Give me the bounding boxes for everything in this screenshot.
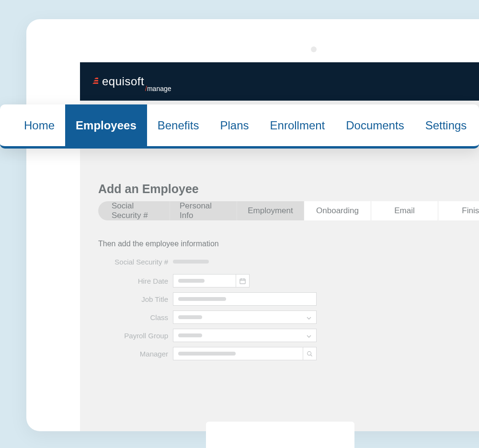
camera-dot [311, 46, 317, 52]
label-hire-date: Hire Date [98, 277, 173, 285]
nav-employees[interactable]: Employees [65, 104, 147, 146]
nav-plans[interactable]: Plans [209, 104, 259, 146]
wizard-step-employment[interactable]: Employment [237, 201, 304, 220]
row-payroll-group: Payroll Group [98, 329, 317, 342]
svg-marker-0 [92, 82, 98, 84]
nav-settings[interactable]: Settings [415, 104, 478, 146]
section-instruction: Then add the employee information [98, 240, 219, 248]
brand-subproduct: /manage [145, 85, 171, 92]
label-class: Class [98, 313, 173, 322]
nav-benefits[interactable]: Benefits [147, 104, 210, 146]
placeholder-class [178, 315, 202, 319]
content-panel: Add an Employee Social Security # Person… [80, 101, 479, 431]
svg-line-8 [311, 355, 312, 356]
placeholder-manager [178, 352, 236, 356]
monitor-stand [206, 422, 354, 448]
placeholder-hire-date [178, 279, 205, 283]
chevron-down-icon [307, 313, 311, 322]
nav-documents[interactable]: Documents [335, 104, 414, 146]
wizard-step-finish[interactable]: Finish [438, 201, 479, 220]
wizard-step-onboarding[interactable]: Onboarding [304, 201, 371, 220]
row-class: Class [98, 310, 317, 324]
search-icon[interactable] [303, 347, 316, 360]
app-header: equisoft /manage [80, 62, 479, 101]
brand-name: equisoft [102, 75, 144, 88]
monitor-frame: equisoft /manage Add an Employee Social … [26, 19, 479, 431]
svg-point-7 [308, 351, 311, 355]
row-manager: Manager [98, 347, 317, 360]
chevron-down-icon [307, 331, 311, 340]
page-title: Add an Employee [98, 182, 199, 196]
placeholder-job-title [178, 297, 226, 301]
row-ssn: Social Security # [98, 254, 317, 269]
brand-logo: equisoft /manage [91, 75, 171, 88]
wizard-step-personal[interactable]: Personal Info [170, 201, 237, 220]
placeholder-payroll-group [178, 333, 202, 337]
wizard-tabs: Social Security # Personal Info Employme… [98, 201, 479, 220]
calendar-icon[interactable] [236, 275, 249, 287]
nav-enrollment[interactable]: Enrollment [260, 104, 336, 146]
select-payroll-group[interactable] [173, 329, 317, 342]
brand-mark-icon [91, 76, 100, 85]
label-ssn: Social Security # [98, 258, 173, 266]
wizard-step-email[interactable]: Email [371, 201, 438, 220]
svg-marker-1 [93, 80, 98, 81]
svg-rect-3 [240, 279, 245, 284]
input-job-title[interactable] [173, 292, 317, 306]
wizard-step-ssn[interactable]: Social Security # [98, 201, 170, 220]
label-payroll-group: Payroll Group [98, 332, 173, 340]
row-hire-date: Hire Date [98, 274, 317, 287]
nav-home[interactable]: Home [13, 104, 65, 146]
label-manager: Manager [98, 350, 173, 358]
svg-marker-2 [94, 78, 98, 79]
input-manager[interactable] [173, 347, 317, 360]
row-job-title: Job Title [98, 292, 317, 306]
employee-form: Social Security # Hire Date Job Title [98, 254, 317, 365]
label-job-title: Job Title [98, 295, 173, 303]
main-nav: Home Employees Benefits Plans Enrollment… [0, 104, 479, 149]
placeholder-ssn [173, 260, 209, 264]
input-hire-date[interactable] [173, 274, 250, 287]
select-class[interactable] [173, 310, 317, 324]
